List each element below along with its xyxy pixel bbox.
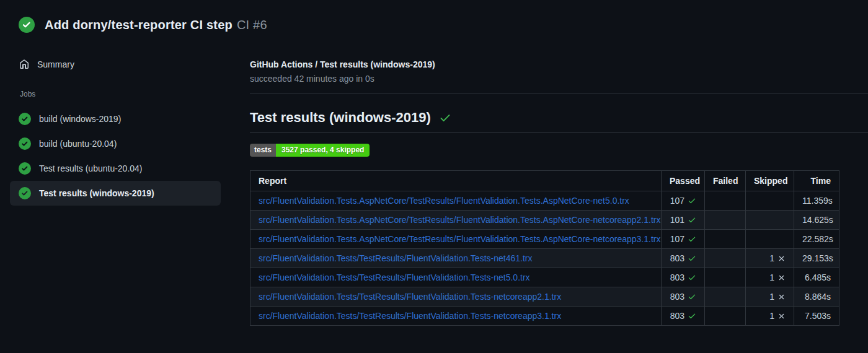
sidebar-job-build-ubuntu-20-04[interactable]: build (ubuntu-20.04) <box>10 131 221 156</box>
sidebar: Summary Jobs build (windows-2019) build … <box>10 54 221 206</box>
time-cell: 11.359s <box>794 191 839 211</box>
check-run-status-line: succeeded 42 minutes ago in 0s <box>250 74 868 84</box>
column-header-skipped: Skipped <box>746 171 794 191</box>
skipped-cell <box>746 211 794 230</box>
skipped-cell: 1 <box>746 287 794 307</box>
skipped-cell <box>746 191 794 211</box>
time-cell: 22.582s <box>794 230 839 249</box>
skipped-count: 1 <box>769 292 774 302</box>
run-title-text: Add dorny/test-reporter CI step <box>45 18 232 32</box>
table-row: src/FluentValidation.Tests.AspNetCore/Te… <box>250 230 839 249</box>
check-circle-icon <box>19 187 31 199</box>
passed-count: 803 <box>670 292 684 302</box>
failed-cell <box>705 191 746 211</box>
report-link[interactable]: src/FluentValidation.Tests.AspNetCore/Te… <box>259 196 629 206</box>
check-circle-icon <box>19 17 35 33</box>
sidebar-job-build-windows-2019[interactable]: build (windows-2019) <box>10 107 221 131</box>
x-icon <box>777 255 786 263</box>
table-row: src/FluentValidation.Tests.AspNetCore/Te… <box>250 211 839 230</box>
column-header-failed: Failed <box>705 171 746 191</box>
report-link[interactable]: src/FluentValidation.Tests.AspNetCore/Te… <box>259 215 660 225</box>
time-cell: 6.485s <box>794 268 839 287</box>
divider <box>250 94 868 94</box>
check-icon <box>688 254 696 263</box>
x-icon <box>777 312 786 320</box>
passed-count: 101 <box>670 215 684 225</box>
check-icon <box>688 273 696 282</box>
check-run-panel: GitHub Actions / Test results (windows-2… <box>250 59 868 326</box>
report-heading: Test results (windows-2019) <box>250 110 868 126</box>
skipped-cell: 1 <box>746 268 794 287</box>
check-icon <box>688 235 696 243</box>
table-row: src/FluentValidation.Tests/TestResults/F… <box>250 287 839 307</box>
failed-cell <box>705 230 746 249</box>
tests-badge: tests 3527 passed, 4 skipped <box>250 144 370 157</box>
check-icon <box>688 312 696 320</box>
passed-count: 107 <box>670 234 684 244</box>
passed-count: 803 <box>670 311 684 321</box>
run-title: Add dorny/test-reporter CI stepCI #6 <box>45 18 267 32</box>
check-circle-icon <box>19 113 31 125</box>
table-row: src/FluentValidation.Tests/TestResults/F… <box>250 249 839 268</box>
table-row: src/FluentValidation.Tests/TestResults/F… <box>250 268 839 287</box>
table-row: src/FluentValidation.Tests/TestResults/F… <box>250 307 839 326</box>
skipped-count: 1 <box>769 311 774 321</box>
report-link[interactable]: src/FluentValidation.Tests/TestResults/F… <box>259 253 532 263</box>
report-heading-text: Test results (windows-2019) <box>250 110 431 126</box>
job-label: build (windows-2019) <box>39 114 121 124</box>
time-cell: 14.625s <box>794 211 839 230</box>
sidebar-item-summary[interactable]: Summary <box>10 54 221 74</box>
column-header-time: Time <box>794 171 839 191</box>
check-circle-icon <box>19 162 31 175</box>
check-icon <box>688 216 696 224</box>
job-label: build (ubuntu-20.04) <box>39 139 117 149</box>
time-cell: 8.864s <box>794 287 839 307</box>
divider <box>250 132 868 133</box>
tests-badge-value: 3527 passed, 4 skipped <box>276 144 370 157</box>
check-icon <box>439 111 451 124</box>
skipped-cell <box>746 230 794 249</box>
time-cell: 7.503s <box>794 307 839 326</box>
skipped-count: 1 <box>769 272 774 282</box>
column-header-report: Report <box>250 171 662 191</box>
failed-cell <box>705 211 746 230</box>
table-row: src/FluentValidation.Tests.AspNetCore/Te… <box>250 191 839 211</box>
x-icon <box>777 293 786 301</box>
failed-cell <box>705 307 746 326</box>
run-number: CI #6 <box>237 18 267 32</box>
jobs-list: build (windows-2019) build (ubuntu-20.04… <box>10 107 221 206</box>
check-circle-icon <box>19 137 31 150</box>
column-header-passed: Passed <box>662 171 705 191</box>
report-link[interactable]: src/FluentValidation.Tests.AspNetCore/Te… <box>259 234 660 244</box>
x-icon <box>777 274 786 282</box>
job-label: Test results (ubuntu-20.04) <box>39 163 143 173</box>
check-run-title: GitHub Actions / Test results (windows-2… <box>250 59 868 69</box>
passed-count: 803 <box>670 272 684 282</box>
skipped-cell: 1 <box>746 307 794 326</box>
report-link[interactable]: src/FluentValidation.Tests/TestResults/F… <box>259 311 561 321</box>
summary-label: Summary <box>37 59 74 69</box>
sidebar-job-test-results-windows-2019[interactable]: Test results (windows-2019) <box>10 181 221 206</box>
check-icon <box>688 196 696 205</box>
check-icon <box>688 292 696 301</box>
failed-cell <box>705 268 746 287</box>
report-link[interactable]: src/FluentValidation.Tests/TestResults/F… <box>259 272 530 282</box>
home-icon <box>19 59 29 69</box>
report-link[interactable]: src/FluentValidation.Tests/TestResults/F… <box>259 292 561 302</box>
time-cell: 29.153s <box>794 249 839 268</box>
test-results-table: Report Passed Failed Skipped Time src/Fl… <box>250 170 839 326</box>
passed-count: 107 <box>670 196 684 206</box>
failed-cell <box>705 249 746 268</box>
sidebar-job-test-results-ubuntu-20-04[interactable]: Test results (ubuntu-20.04) <box>10 156 221 181</box>
job-label: Test results (windows-2019) <box>39 188 154 198</box>
tests-badge-label: tests <box>250 144 276 157</box>
skipped-cell: 1 <box>746 249 794 268</box>
table-header-row: Report Passed Failed Skipped Time <box>250 171 839 191</box>
failed-cell <box>705 287 746 307</box>
passed-count: 803 <box>670 253 684 263</box>
run-header: Add dorny/test-reporter CI stepCI #6 <box>19 17 267 33</box>
skipped-count: 1 <box>769 253 774 263</box>
jobs-section-label: Jobs <box>10 90 221 98</box>
